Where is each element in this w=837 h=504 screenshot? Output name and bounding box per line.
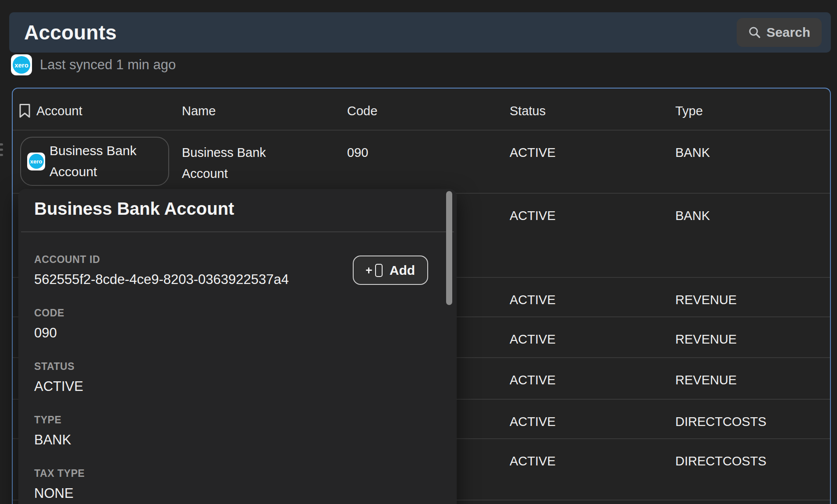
cell-status: ACTIVE: [510, 369, 556, 390]
field-type: TYPE BANK: [34, 414, 441, 450]
account-chip-label: Business Bank Account: [50, 140, 160, 182]
field-label: TYPE: [34, 414, 441, 426]
xero-chip-icon-text: xero: [29, 154, 44, 169]
column-header-type: Type: [675, 100, 703, 121]
cell-type: DIRECTCOSTS: [675, 411, 766, 432]
cell-status: ACTIVE: [510, 451, 556, 472]
search-icon: [748, 26, 761, 39]
popover-divider: [21, 231, 454, 232]
table-header-row: Account Name Code Status Type: [13, 89, 830, 131]
field-value: NONE: [34, 484, 354, 503]
cell-type: DIRECTCOSTS: [675, 451, 766, 472]
column-header-account-label: Account: [36, 100, 82, 121]
field-tax-type: TAX TYPE NONE: [34, 467, 441, 503]
field-label: CODE: [34, 307, 441, 319]
page-header: Accounts Search: [9, 12, 831, 53]
search-button[interactable]: Search: [737, 18, 822, 47]
xero-logo-icon: xero: [11, 54, 32, 75]
sync-status: xero Last synced 1 min ago: [11, 54, 176, 75]
field-label: TAX TYPE: [34, 467, 441, 479]
column-header-name: Name: [182, 100, 300, 121]
xero-logo-text: xero: [13, 56, 30, 74]
column-header-status: Status: [510, 100, 546, 121]
field-value: 562555f2-8cde-4ce9-8203-0363922537a4: [34, 270, 354, 289]
cell-status: ACTIVE: [510, 142, 556, 163]
popover-fields: ACCOUNT ID 562555f2-8cde-4ce9-8203-03639…: [34, 253, 441, 504]
add-button[interactable]: Add: [353, 256, 428, 285]
add-button-label: Add: [390, 263, 415, 278]
xero-chip-icon: xero: [27, 153, 45, 170]
field-value: BANK: [34, 430, 354, 450]
cell-type: REVENUE: [675, 329, 737, 350]
field-label: STATUS: [34, 360, 441, 373]
field-value: 090: [34, 323, 354, 343]
column-header-code: Code: [347, 100, 377, 121]
page-title: Accounts: [24, 21, 117, 44]
account-detail-popover: Business Bank Account ACCOUNT ID 562555f…: [18, 189, 457, 504]
cell-status: ACTIVE: [510, 205, 556, 226]
sync-status-text: Last synced 1 min ago: [40, 57, 176, 73]
table-row[interactable]: xero Business Bank Account Business Bank…: [13, 131, 830, 194]
bookmark-icon: [19, 103, 31, 118]
search-button-label: Search: [766, 25, 810, 40]
add-account-icon: [366, 264, 384, 277]
popover-scrollbar-thumb[interactable]: [446, 191, 452, 305]
cell-type: BANK: [675, 142, 710, 163]
cell-status: ACTIVE: [510, 329, 556, 350]
cell-type: REVENUE: [675, 369, 737, 390]
cell-status: ACTIVE: [510, 411, 556, 432]
cell-name: Business Bank Account: [182, 142, 300, 184]
cell-status: ACTIVE: [510, 289, 556, 310]
cell-type: BANK: [675, 205, 710, 226]
cell-code: 090: [347, 142, 368, 163]
field-status: STATUS ACTIVE: [34, 360, 441, 396]
cell-type: REVENUE: [675, 289, 737, 310]
field-value: ACTIVE: [34, 377, 354, 396]
field-code: CODE 090: [34, 307, 441, 343]
popover-title: Business Bank Account: [34, 199, 234, 219]
accounts-page: Accounts Search xero Last synced 1 min a…: [0, 0, 837, 504]
column-header-account: Account: [19, 100, 82, 121]
account-chip[interactable]: xero Business Bank Account: [20, 137, 169, 186]
edge-grip-handle[interactable]: [0, 143, 4, 158]
